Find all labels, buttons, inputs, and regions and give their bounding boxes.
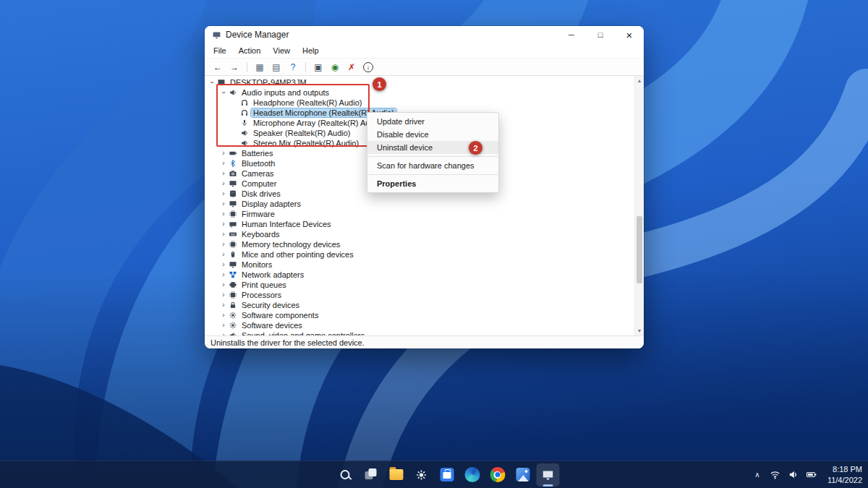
- tree-item-network-adapters[interactable]: › Network adapters: [205, 270, 634, 280]
- maximize-button[interactable]: □: [586, 26, 615, 43]
- window-title: Device Manager: [226, 30, 557, 40]
- chevron-icon[interactable]: ›: [220, 281, 227, 288]
- chevron-icon[interactable]: ›: [220, 291, 227, 299]
- tree-item-firmware[interactable]: › Firmware: [205, 209, 634, 219]
- toolbar-forward-icon[interactable]: →: [227, 60, 242, 74]
- chevron-icon[interactable]: ›: [220, 301, 227, 309]
- chevron-icon[interactable]: ›: [220, 170, 227, 177]
- chevron-up-icon[interactable]: ∧: [752, 469, 763, 481]
- menu-file[interactable]: File: [208, 45, 232, 56]
- vertical-scrollbar[interactable]: ▲ ▼: [634, 76, 644, 335]
- start-icon: [314, 468, 326, 481]
- tree-item-software-components[interactable]: › Software components: [205, 310, 634, 320]
- device-icon: [229, 149, 237, 158]
- chrome-icon: [490, 467, 505, 482]
- statusbar: Uninstalls the driver for the selected d…: [205, 335, 644, 348]
- context-menu-update-driver[interactable]: Update driver: [367, 115, 498, 128]
- minimize-button[interactable]: ─: [557, 26, 586, 43]
- chevron-icon[interactable]: ›: [220, 160, 227, 167]
- chevron-icon[interactable]: ›: [220, 271, 227, 278]
- device-manager-button[interactable]: [537, 463, 560, 487]
- tree-item-label: Computer: [239, 179, 278, 188]
- context-menu-disable-device[interactable]: Disable device: [367, 128, 498, 141]
- device-icon: [229, 270, 237, 279]
- system-tray: ∧ 8:18 PM 11/4/2022: [752, 461, 862, 488]
- edge-button[interactable]: [461, 463, 484, 487]
- titlebar[interactable]: Device Manager ─ □ ×: [205, 26, 644, 43]
- scroll-down-icon[interactable]: ▼: [635, 326, 644, 335]
- tree-item-label: Mice and other pointing devices: [239, 250, 356, 259]
- chevron-icon[interactable]: ›: [220, 241, 227, 248]
- annotation-step-2: 2: [469, 141, 482, 155]
- settings-button[interactable]: [410, 463, 433, 487]
- device-manager-icon: [540, 466, 557, 484]
- search-button[interactable]: [334, 463, 357, 487]
- tree-item-label: Human Interface Devices: [239, 220, 333, 228]
- close-button[interactable]: ×: [615, 26, 644, 43]
- chevron-icon[interactable]: ›: [208, 79, 216, 86]
- tree-item-print-queues[interactable]: › Print queues: [205, 280, 634, 290]
- toolbar-uninstall-device-icon[interactable]: ✗: [344, 60, 359, 74]
- edge-icon: [464, 467, 480, 482]
- tree-item-label: Security devices: [239, 301, 302, 309]
- tree-item-label: Keyboards: [239, 230, 282, 239]
- toolbar-back-icon[interactable]: ←: [210, 60, 225, 74]
- tree-item-display-adapters[interactable]: › Display adapters: [205, 199, 634, 209]
- toolbar-properties-icon[interactable]: ▤: [269, 60, 284, 74]
- context-menu-scan-for-hardware-changes[interactable]: Scan for hardware changes: [367, 159, 498, 172]
- chevron-icon[interactable]: ›: [220, 231, 227, 238]
- volume-icon[interactable]: [788, 469, 799, 481]
- chevron-icon[interactable]: ›: [220, 180, 227, 187]
- chevron-icon[interactable]: ›: [220, 332, 227, 335]
- scrollbar-thumb[interactable]: [637, 216, 642, 283]
- start-button[interactable]: [309, 463, 332, 487]
- tree-item-keyboards[interactable]: › Keyboards: [205, 229, 634, 239]
- tree-item-software-devices[interactable]: › Software devices: [205, 320, 634, 330]
- device-icon: [229, 250, 237, 259]
- tree-item-memory-technology-devices[interactable]: › Memory technology devices: [205, 239, 634, 249]
- tree-item-mice-and-other-pointing-devices[interactable]: › Mice and other pointing devices: [205, 249, 634, 260]
- chrome-button[interactable]: [486, 463, 509, 487]
- toolbar-scan-for-hardware-changes-icon[interactable]: ◉: [328, 60, 342, 74]
- chevron-icon[interactable]: ›: [220, 150, 227, 157]
- toolbar-disable-device-icon[interactable]: ↓: [363, 62, 373, 72]
- menu-view[interactable]: View: [267, 45, 296, 56]
- store-icon: [440, 468, 454, 481]
- device-icon: [229, 281, 237, 289]
- chevron-icon[interactable]: ›: [220, 200, 227, 207]
- menu-help[interactable]: Help: [297, 45, 325, 56]
- taskbar-clock[interactable]: 8:18 PM 11/4/2022: [827, 464, 862, 485]
- device-icon: [229, 331, 237, 335]
- tree-item-label: Batteries: [239, 149, 275, 158]
- chevron-icon[interactable]: ›: [220, 312, 227, 319]
- chevron-icon[interactable]: ›: [220, 261, 227, 268]
- wifi-icon[interactable]: [770, 469, 781, 481]
- tree-item-sound-video-and-game-controllers[interactable]: › Sound, video and game controllers: [205, 330, 634, 335]
- file-explorer-button[interactable]: [385, 463, 408, 487]
- tree-item-label: Print queues: [239, 281, 289, 289]
- task-view-button[interactable]: [359, 463, 383, 487]
- scroll-up-icon[interactable]: ▲: [635, 76, 644, 85]
- clock-time: 8:18 PM: [827, 464, 862, 474]
- status-text: Uninstalls the driver for the selected d…: [210, 338, 365, 347]
- store-button[interactable]: [435, 463, 459, 487]
- photos-button[interactable]: [511, 463, 535, 487]
- context-menu-properties[interactable]: Properties: [367, 177, 498, 190]
- chevron-icon[interactable]: ›: [220, 322, 227, 329]
- tree-item-human-interface-devices[interactable]: › Human Interface Devices: [205, 219, 634, 229]
- chevron-icon[interactable]: ›: [220, 190, 227, 197]
- device-icon: [229, 220, 237, 228]
- toolbar-help-icon[interactable]: ?: [286, 60, 300, 74]
- chevron-icon[interactable]: ›: [220, 221, 227, 228]
- device-icon: [229, 311, 237, 320]
- tree-item-monitors[interactable]: › Monitors: [205, 260, 634, 270]
- tree-item-processors[interactable]: › Processors: [205, 290, 634, 300]
- menu-action[interactable]: Action: [233, 45, 267, 56]
- battery-icon[interactable]: [806, 469, 817, 481]
- active-indicator: [543, 484, 553, 487]
- chevron-icon[interactable]: ›: [220, 251, 227, 258]
- chevron-icon[interactable]: ›: [220, 210, 227, 218]
- toolbar-show-console-tree-icon[interactable]: ▦: [252, 60, 267, 74]
- tree-item-security-devices[interactable]: › Security devices: [205, 300, 634, 310]
- toolbar-devices-icon[interactable]: ▣: [311, 60, 326, 74]
